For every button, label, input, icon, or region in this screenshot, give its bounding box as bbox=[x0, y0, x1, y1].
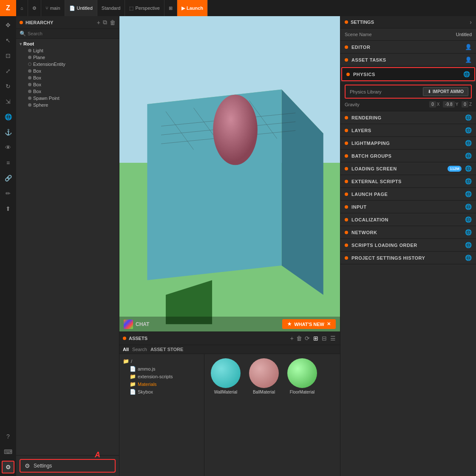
settings-item-layers[interactable]: LAYERS 🌐 bbox=[340, 124, 476, 137]
settings-item-external-scripts[interactable]: EXTERNAL SCRIPTS 🌐 bbox=[340, 175, 476, 188]
launch-page-dot bbox=[345, 193, 348, 196]
gravity-y-value[interactable]: -9.8 bbox=[443, 101, 454, 108]
keyboard-icon-btn[interactable]: ⌨ bbox=[2, 445, 14, 458]
tree-item-box4[interactable]: Box bbox=[16, 88, 119, 95]
project-settings-dot bbox=[345, 256, 348, 260]
assets-tree-skybox[interactable]: 📄 Skybox bbox=[123, 388, 201, 396]
tree-item-spawn[interactable]: Spawn Point bbox=[16, 95, 119, 102]
export-icon-btn[interactable]: ⬆ bbox=[2, 202, 14, 215]
layer-icon-btn[interactable]: ≡ bbox=[2, 156, 14, 169]
assets-store-btn[interactable]: ASSET STORE bbox=[150, 347, 183, 352]
logo[interactable]: Z bbox=[0, 0, 16, 16]
settings-item-batch-groups[interactable]: BATCH GROUPS 🌐 bbox=[340, 150, 476, 162]
tree-dot-box4 bbox=[28, 90, 31, 93]
settings-item-network[interactable]: NETWORK 🌐 bbox=[340, 226, 476, 239]
settings-item-localization[interactable]: LOCALIZATION 🌐 bbox=[340, 213, 476, 226]
hierarchy-search-bar: 🔍 bbox=[16, 29, 119, 39]
assets-tree-ext[interactable]: 📁 extension-scripts bbox=[123, 373, 201, 380]
settings-bottom-button[interactable]: ⚙ Settings bbox=[20, 459, 116, 473]
gravity-x-value[interactable]: 0 bbox=[429, 101, 436, 108]
scale-icon-btn[interactable]: ⇲ bbox=[2, 95, 14, 108]
asset-item-wall[interactable]: WallMaterial bbox=[209, 358, 243, 394]
assets-detail-view-btn[interactable]: ☰ bbox=[329, 334, 337, 343]
tab-untitled[interactable]: 📄 Untitled bbox=[65, 0, 97, 16]
tab-perspective[interactable]: ⬚ Perspective bbox=[125, 0, 164, 16]
eye-icon-btn[interactable]: 👁 bbox=[2, 141, 14, 154]
import-ammo-button[interactable]: ⬇ IMPORT AMMO bbox=[423, 87, 468, 96]
link-icon-btn[interactable]: 🔗 bbox=[2, 172, 14, 184]
asset-item-floor[interactable]: FloorMaterial bbox=[285, 358, 319, 394]
star-icon: ★ bbox=[287, 321, 292, 327]
tree-item-box3[interactable]: Box bbox=[16, 81, 119, 88]
gravity-z-value[interactable]: 0 bbox=[462, 101, 468, 108]
close-icon[interactable]: ✕ bbox=[327, 321, 331, 327]
assets-tree-ammo[interactable]: 📄 ammo.js bbox=[123, 365, 201, 373]
help-icon-btn[interactable]: ? bbox=[2, 430, 14, 443]
tree-dot-sphere bbox=[28, 103, 31, 107]
tree-item-sphere[interactable]: Sphere bbox=[16, 102, 119, 108]
rotate-icon-btn[interactable]: ↻ bbox=[2, 80, 14, 93]
localization-dot bbox=[345, 218, 348, 221]
hierarchy-dot bbox=[20, 21, 23, 24]
tree-dot-light bbox=[28, 49, 31, 52]
tab-home[interactable]: ⌂ bbox=[16, 0, 28, 16]
hierarchy-copy-btn[interactable]: ⧉ bbox=[103, 19, 107, 26]
tab-launch[interactable]: ▶ Launch bbox=[177, 0, 208, 16]
settings-collapse-btn[interactable]: › bbox=[470, 19, 472, 26]
settings-item-rendering[interactable]: RENDERING 🌐 bbox=[340, 111, 476, 124]
move-icon-btn[interactable]: ✥ bbox=[2, 19, 14, 31]
whats-new-button[interactable]: ★ WHAT'S NEW ✕ bbox=[282, 319, 336, 329]
settings-item-asset-tasks[interactable]: ASSET TASKS 👤 bbox=[340, 54, 476, 66]
tree-item-box1[interactable]: Box bbox=[16, 68, 119, 74]
chat-button[interactable]: CHAT bbox=[124, 320, 149, 329]
settings-item-loading-screen[interactable]: LOADING SCREEN 112M 🌐 bbox=[340, 162, 476, 175]
tree-item-light[interactable]: Light bbox=[16, 47, 119, 54]
loading-screen-dot bbox=[345, 167, 348, 170]
expand-arrow-icon: ▾ bbox=[20, 42, 22, 46]
assets-refresh-btn[interactable]: ⟳ bbox=[305, 335, 310, 342]
brush-icon-btn[interactable]: ✏ bbox=[2, 187, 14, 200]
assets-add-btn[interactable]: + bbox=[290, 335, 294, 342]
asset-item-ball[interactable]: BallMaterial bbox=[247, 358, 281, 394]
assets-filter-all[interactable]: All bbox=[123, 347, 129, 352]
tree-item-plane[interactable]: Plane bbox=[16, 54, 119, 61]
viewport[interactable]: CHAT ★ WHAT'S NEW ✕ bbox=[119, 16, 340, 332]
settings-item-scripts-loading[interactable]: SCRIPTS LOADING ORDER 🌐 bbox=[340, 239, 476, 252]
globe-icon-btn[interactable]: 🌐 bbox=[2, 110, 14, 123]
settings-item-physics[interactable]: PHYSICS 🌐 bbox=[341, 67, 475, 81]
assets-tree-materials[interactable]: 📁 Materials bbox=[123, 380, 201, 388]
physics-library-label: Physics Library bbox=[348, 89, 419, 94]
launch-page-globe-icon: 🌐 bbox=[465, 191, 472, 197]
gear-icon-btn[interactable]: ⚙ bbox=[2, 461, 14, 473]
settings-item-input[interactable]: INPUT 🌐 bbox=[340, 201, 476, 213]
settings-label-network: NETWORK bbox=[351, 230, 462, 235]
tab-standard[interactable]: Standard bbox=[97, 0, 125, 16]
transform-icon-btn[interactable]: ⤢ bbox=[2, 65, 14, 77]
pointer-icon-btn[interactable]: ↖ bbox=[2, 34, 14, 47]
anchor-icon-btn[interactable]: ⚓ bbox=[2, 126, 14, 139]
scene-icon-btn[interactable]: ⊡ bbox=[2, 49, 14, 62]
assets-grid-view-btn[interactable]: ⊞ bbox=[312, 334, 319, 343]
hierarchy-add-btn[interactable]: + bbox=[97, 19, 100, 26]
folder-root-icon: 📁 bbox=[123, 358, 129, 364]
hierarchy-search-input[interactable] bbox=[28, 31, 116, 36]
center-area: CHAT ★ WHAT'S NEW ✕ ASSETS + 🗑 ⟳ ⊞ ⊟ bbox=[119, 16, 340, 476]
file-skybox-icon: 📄 bbox=[130, 389, 136, 395]
editor-person-icon: 👤 bbox=[465, 44, 472, 50]
settings-item-editor[interactable]: EDITOR 👤 bbox=[340, 41, 476, 54]
tree-item-box2[interactable]: Box bbox=[16, 74, 119, 81]
hierarchy-delete-btn[interactable]: 🗑 bbox=[110, 19, 116, 26]
settings-item-project-settings-history[interactable]: PROJECT SETTINGS HISTORY 🌐 bbox=[340, 252, 476, 264]
tab-main[interactable]: ⑂ main bbox=[41, 0, 65, 16]
assets-delete-btn[interactable]: 🗑 bbox=[296, 335, 302, 342]
assets-list-view-btn[interactable]: ⊟ bbox=[321, 334, 328, 343]
tab-grid[interactable]: ⊞ bbox=[164, 0, 177, 16]
tree-item-extension[interactable]: ExtensionEntity bbox=[16, 61, 119, 68]
assets-view-btns: ⊞ ⊟ ☰ bbox=[312, 334, 337, 343]
settings-item-lightmapping[interactable]: LIGHTMAPPING 🌐 bbox=[340, 137, 476, 150]
file-icon: 📄 bbox=[69, 6, 75, 11]
settings-item-launch-page[interactable]: LAUNCH PAGE 🌐 bbox=[340, 188, 476, 201]
tab-settings-gear[interactable]: ⚙ bbox=[28, 0, 41, 16]
assets-tree-root[interactable]: 📁 / bbox=[123, 357, 201, 365]
tree-item-root[interactable]: ▾ Root bbox=[16, 40, 119, 47]
